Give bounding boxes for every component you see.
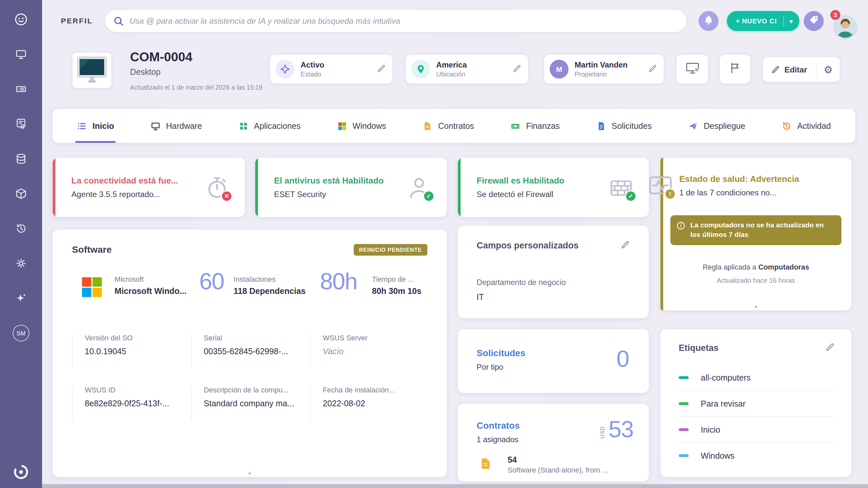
- connectivity-status-card: La conectividad está fue... Agente 3.5.5…: [53, 158, 245, 217]
- sidebar-profile-avatar[interactable]: SM: [11, 324, 30, 343]
- app-logo-icon[interactable]: [11, 10, 30, 29]
- tags-button[interactable]: [804, 11, 824, 31]
- owner-avatar: M: [550, 60, 568, 78]
- field-wsus-server: WSUS ServerVacío: [310, 334, 429, 368]
- sidebar-item-certificates[interactable]: [11, 115, 30, 133]
- firewall-wall-icon: ✓: [608, 174, 634, 201]
- usage-time: 80h: [320, 268, 358, 295]
- tag-row[interactable]: all-computers: [679, 365, 836, 391]
- health-warning-banner: La computadora no se ha actualizado en l…: [671, 215, 842, 245]
- requests-card: Solicitudes Por tipo 0: [458, 329, 649, 393]
- money-icon: [510, 121, 521, 131]
- tab-label: Windows: [352, 121, 386, 131]
- flag-button[interactable]: [720, 55, 750, 84]
- field-description: Descripción de la compu...Standard compa…: [191, 386, 310, 420]
- edit-location-icon[interactable]: [513, 64, 522, 74]
- tab-contratos[interactable]: Contratos: [423, 109, 474, 143]
- scroll-up-indicator[interactable]: ▲: [53, 470, 447, 475]
- section-label: PERFIL: [61, 17, 93, 25]
- ok-badge: ✓: [423, 190, 434, 202]
- tab-inicio[interactable]: Inicio: [77, 109, 114, 143]
- tab-solicitudes[interactable]: Solicitudes: [596, 109, 652, 143]
- settings-gear-icon[interactable]: ⚙: [816, 57, 840, 82]
- tag-row[interactable]: Windows: [679, 443, 836, 468]
- field-os-version: Versión del SO10.0.19045: [72, 334, 191, 368]
- tab-label: Finanzas: [526, 121, 560, 131]
- location-chip: America Ubicación: [406, 55, 528, 84]
- error-badge: ✕: [221, 190, 232, 202]
- sidebar-item-inventory[interactable]: [11, 80, 30, 99]
- tab-windows[interactable]: Windows: [337, 109, 386, 143]
- tag-label: all-computers: [701, 373, 751, 382]
- horizontal-scrollbar[interactable]: [42, 484, 868, 488]
- status-subtitle: 1 de las 7 condiciones no...: [679, 188, 801, 197]
- tag-row[interactable]: Para revisar: [679, 391, 836, 417]
- windows-logo-icon: [337, 121, 347, 131]
- edit-button[interactable]: Editar: [763, 57, 816, 82]
- status-bar: [53, 158, 55, 217]
- tab-label: Contratos: [438, 121, 474, 131]
- search-input[interactable]: [105, 10, 686, 32]
- bell-icon: [704, 15, 713, 27]
- contract-item-count: 54: [508, 455, 517, 464]
- location-icon: [411, 60, 430, 78]
- installs-count: 60: [199, 268, 224, 295]
- tag-label: Windows: [701, 451, 735, 460]
- tab-bar: Inicio Hardware Aplicaciones Windows: [53, 109, 856, 143]
- edit-custom-fields-icon[interactable]: [621, 240, 630, 252]
- sidebar-item-assets[interactable]: [11, 184, 30, 203]
- status-subtitle: Agente 3.5.5 reportado...: [71, 190, 204, 199]
- edit-owner-icon[interactable]: [649, 64, 657, 74]
- sidebar-item-devices[interactable]: [11, 45, 30, 64]
- owner-value: Martin Vanden: [575, 60, 649, 69]
- tag-row[interactable]: Inicio: [679, 417, 836, 443]
- health-pulse-icon: !: [647, 172, 674, 199]
- tag-color-dash: [679, 428, 689, 431]
- firewall-status-card: Firewall es Habilitado Se detectó el Fir…: [458, 158, 649, 217]
- time-label: Tiempo de ...: [372, 275, 421, 283]
- tag-label: Inicio: [701, 425, 720, 434]
- tab-actividad[interactable]: Actividad: [782, 109, 831, 143]
- app-window: SM PERFIL + NUEVO CI ▾: [0, 0, 868, 488]
- tab-aplicaciones[interactable]: Aplicaciones: [238, 109, 300, 143]
- tab-finanzas[interactable]: Finanzas: [510, 109, 560, 143]
- status-bar: [255, 158, 258, 217]
- list-icon: [77, 121, 87, 131]
- notifications-button[interactable]: [699, 11, 718, 31]
- owner-chip: M Martin Vanden Propietario: [544, 55, 664, 84]
- remote-desktop-button[interactable]: [677, 55, 708, 84]
- sidebar-item-history[interactable]: [11, 219, 30, 238]
- chevron-down-icon[interactable]: ▾: [784, 18, 800, 25]
- field-install-date: Fecha de instalación...2022-08-02: [310, 386, 429, 420]
- edit-tags-icon[interactable]: [826, 343, 835, 354]
- tab-label: Actividad: [797, 121, 831, 131]
- edit-status-icon[interactable]: [377, 64, 386, 74]
- software-product[interactable]: Microsoft Windo...: [115, 286, 187, 296]
- status-title: Estado de salud: Advertencia: [679, 174, 801, 184]
- status-bar: [458, 158, 461, 217]
- search-icon: [113, 15, 124, 29]
- sidebar-item-settings[interactable]: [11, 254, 30, 273]
- sidebar-item-ai[interactable]: [11, 289, 30, 308]
- device-thumbnail[interactable]: [72, 52, 112, 89]
- clock-icon: ✕: [204, 174, 230, 201]
- device-type: Desktop: [130, 67, 160, 76]
- contracts-title-link[interactable]: Contratos: [477, 420, 520, 431]
- new-ci-button[interactable]: + NUEVO CI ▾: [727, 11, 800, 31]
- custom-field-label: Departamento de negocio: [477, 278, 566, 287]
- custom-fields-title: Campos personalizados: [477, 240, 579, 251]
- status-chip: Activo Estado: [270, 55, 392, 84]
- sidebar: SM: [0, 0, 42, 488]
- tab-hardware[interactable]: Hardware: [151, 109, 202, 143]
- tab-label: Despliegue: [704, 121, 745, 131]
- requests-count: 0: [617, 346, 629, 373]
- tab-label: Aplicaciones: [254, 121, 300, 131]
- banner-text: La computadora no se ha actualizado en l…: [690, 221, 824, 238]
- tab-despliegue[interactable]: Despliegue: [688, 109, 745, 143]
- scroll-up-indicator[interactable]: ▲: [660, 304, 851, 309]
- requests-title-link[interactable]: Solicitudes: [477, 348, 525, 358]
- software-fields-grid: Versión del SO10.0.19045 Serial00355-628…: [72, 334, 429, 420]
- sidebar-item-database[interactable]: [11, 149, 30, 168]
- field-serial: Serial00355-62845-62998-...: [191, 334, 310, 368]
- tab-label: Hardware: [166, 121, 202, 131]
